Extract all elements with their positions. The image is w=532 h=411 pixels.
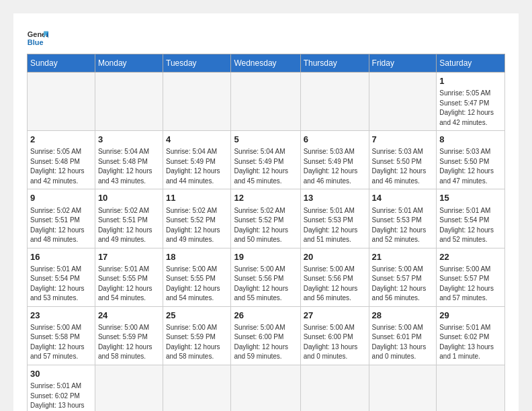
calendar-cell: 28Sunrise: 5:00 AMSunset: 6:01 PMDayligh… [369,306,437,365]
day-number: 15 [439,192,502,204]
calendar-cell [163,73,231,131]
calendar-cell [437,365,505,411]
day-number: 21 [372,251,434,263]
day-info: Sunrise: 5:04 AMSunset: 5:49 PMDaylight:… [234,147,297,186]
weekday-header-saturday: Saturday [437,54,505,73]
calendar-week-row: 1Sunrise: 5:05 AMSunset: 5:47 PMDaylight… [28,73,505,131]
day-info: Sunrise: 5:04 AMSunset: 5:48 PMDaylight:… [98,147,160,186]
calendar-cell [28,73,95,131]
day-number: 17 [98,251,160,263]
day-number: 20 [304,251,366,263]
calendar-week-row: 30Sunrise: 5:01 AMSunset: 6:02 PMDayligh… [28,365,505,411]
day-number: 12 [234,192,297,204]
day-number: 18 [166,251,228,263]
calendar-cell: 26Sunrise: 5:00 AMSunset: 6:00 PMDayligh… [231,306,300,365]
calendar-cell [369,365,437,411]
day-number: 28 [372,310,434,322]
calendar-cell [369,73,437,131]
day-info: Sunrise: 5:02 AMSunset: 5:52 PMDaylight:… [234,206,297,245]
calendar-cell: 10Sunrise: 5:02 AMSunset: 5:51 PMDayligh… [95,189,163,248]
day-info: Sunrise: 5:00 AMSunset: 5:59 PMDaylight:… [98,323,160,362]
day-number: 2 [30,134,92,146]
calendar-cell: 23Sunrise: 5:00 AMSunset: 5:58 PMDayligh… [28,306,95,365]
day-number: 9 [30,192,92,204]
day-info: Sunrise: 5:04 AMSunset: 5:49 PMDaylight:… [166,147,228,186]
day-info: Sunrise: 5:00 AMSunset: 6:01 PMDaylight:… [372,323,434,362]
calendar-cell: 22Sunrise: 5:00 AMSunset: 5:57 PMDayligh… [437,248,505,306]
day-number: 13 [304,192,366,204]
day-number: 22 [439,251,502,263]
calendar-cell [95,73,163,131]
day-info: Sunrise: 5:01 AMSunset: 5:55 PMDaylight:… [98,265,160,304]
day-info: Sunrise: 5:00 AMSunset: 5:59 PMDaylight:… [166,323,228,362]
day-info: Sunrise: 5:00 AMSunset: 5:55 PMDaylight:… [166,265,228,304]
day-info: Sunrise: 5:05 AMSunset: 5:48 PMDaylight:… [30,147,92,186]
calendar-cell: 25Sunrise: 5:00 AMSunset: 5:59 PMDayligh… [163,306,231,365]
calendar-cell: 11Sunrise: 5:02 AMSunset: 5:52 PMDayligh… [163,189,231,248]
day-number: 26 [234,310,297,322]
day-info: Sunrise: 5:02 AMSunset: 5:51 PMDaylight:… [30,206,92,245]
day-info: Sunrise: 5:00 AMSunset: 5:58 PMDaylight:… [30,323,92,362]
calendar-cell: 5Sunrise: 5:04 AMSunset: 5:49 PMDaylight… [231,131,300,189]
day-number: 3 [98,134,160,146]
day-number: 19 [234,251,297,263]
calendar-cell: 30Sunrise: 5:01 AMSunset: 6:02 PMDayligh… [28,365,95,411]
day-number: 24 [98,310,160,322]
calendar-cell: 20Sunrise: 5:00 AMSunset: 5:56 PMDayligh… [300,248,369,306]
day-info: Sunrise: 5:00 AMSunset: 6:00 PMDaylight:… [234,323,297,362]
day-info: Sunrise: 5:03 AMSunset: 5:50 PMDaylight:… [439,147,502,186]
day-number: 1 [439,75,502,87]
generalblue-logo-icon: General Blue [27,27,48,48]
day-number: 10 [98,192,160,204]
calendar-cell: 9Sunrise: 5:02 AMSunset: 5:51 PMDaylight… [28,189,95,248]
calendar-cell: 1Sunrise: 5:05 AMSunset: 5:47 PMDaylight… [437,73,505,131]
calendar-cell: 17Sunrise: 5:01 AMSunset: 5:55 PMDayligh… [95,248,163,306]
calendar-week-row: 16Sunrise: 5:01 AMSunset: 5:54 PMDayligh… [28,248,505,306]
day-number: 7 [372,134,434,146]
day-number: 14 [372,192,434,204]
weekday-header-sunday: Sunday [28,54,95,73]
calendar-cell [163,365,231,411]
day-info: Sunrise: 5:00 AMSunset: 6:00 PMDaylight:… [304,323,366,362]
day-info: Sunrise: 5:00 AMSunset: 5:56 PMDaylight:… [304,265,366,304]
weekday-header-friday: Friday [369,54,437,73]
calendar-cell [300,365,369,411]
day-info: Sunrise: 5:01 AMSunset: 5:54 PMDaylight:… [439,206,502,245]
calendar-cell: 2Sunrise: 5:05 AMSunset: 5:48 PMDaylight… [28,131,95,189]
calendar-cell: 15Sunrise: 5:01 AMSunset: 5:54 PMDayligh… [437,189,505,248]
calendar-cell: 6Sunrise: 5:03 AMSunset: 5:49 PMDaylight… [300,131,369,189]
day-info: Sunrise: 5:03 AMSunset: 5:49 PMDaylight:… [304,147,366,186]
day-info: Sunrise: 5:02 AMSunset: 5:51 PMDaylight:… [98,206,160,245]
calendar-cell: 21Sunrise: 5:00 AMSunset: 5:57 PMDayligh… [369,248,437,306]
svg-text:Blue: Blue [28,38,44,46]
calendar-cell [231,73,300,131]
calendar-week-row: 9Sunrise: 5:02 AMSunset: 5:51 PMDaylight… [28,189,505,248]
calendar-cell: 27Sunrise: 5:00 AMSunset: 6:00 PMDayligh… [300,306,369,365]
calendar-page: General Blue SundayMondayTuesdayWednesda… [13,13,519,411]
weekday-header-tuesday: Tuesday [163,54,231,73]
calendar-cell: 8Sunrise: 5:03 AMSunset: 5:50 PMDaylight… [437,131,505,189]
calendar-cell: 7Sunrise: 5:03 AMSunset: 5:50 PMDaylight… [369,131,437,189]
weekday-header-row: SundayMondayTuesdayWednesdayThursdayFrid… [28,54,505,73]
day-number: 30 [30,368,92,380]
day-info: Sunrise: 5:00 AMSunset: 5:57 PMDaylight:… [439,265,502,304]
calendar-cell [95,365,163,411]
calendar-week-row: 23Sunrise: 5:00 AMSunset: 5:58 PMDayligh… [28,306,505,365]
calendar-cell [231,365,300,411]
weekday-header-thursday: Thursday [300,54,369,73]
day-info: Sunrise: 5:03 AMSunset: 5:50 PMDaylight:… [372,147,434,186]
day-number: 16 [30,251,92,263]
day-info: Sunrise: 5:01 AMSunset: 5:53 PMDaylight:… [304,206,366,245]
day-info: Sunrise: 5:00 AMSunset: 5:57 PMDaylight:… [372,265,434,304]
calendar-cell: 12Sunrise: 5:02 AMSunset: 5:52 PMDayligh… [231,189,300,248]
weekday-header-wednesday: Wednesday [231,54,300,73]
calendar-cell: 19Sunrise: 5:00 AMSunset: 5:56 PMDayligh… [231,248,300,306]
day-info: Sunrise: 5:01 AMSunset: 6:02 PMDaylight:… [439,323,502,362]
logo: General Blue [27,27,48,48]
header: General Blue [27,27,505,48]
calendar-cell: 4Sunrise: 5:04 AMSunset: 5:49 PMDaylight… [163,131,231,189]
day-number: 4 [166,134,228,146]
day-info: Sunrise: 5:01 AMSunset: 6:02 PMDaylight:… [30,381,92,411]
calendar-cell: 24Sunrise: 5:00 AMSunset: 5:59 PMDayligh… [95,306,163,365]
calendar-cell: 16Sunrise: 5:01 AMSunset: 5:54 PMDayligh… [28,248,95,306]
